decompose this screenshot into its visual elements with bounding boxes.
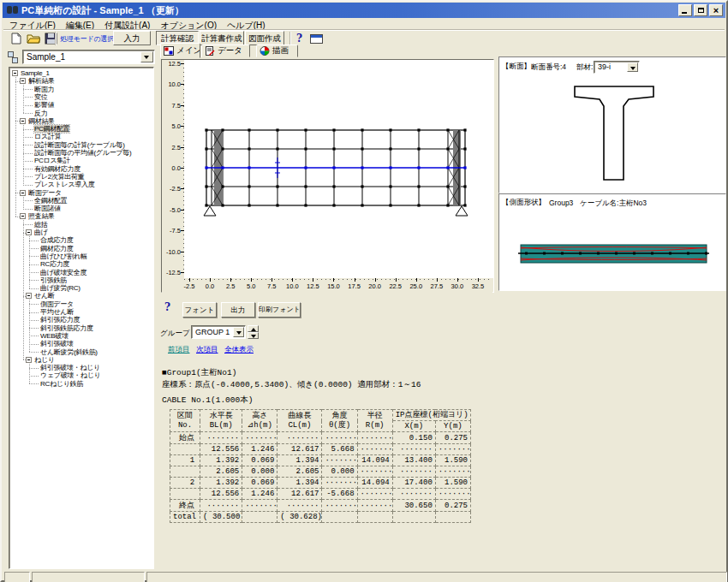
tree-item-label[interactable]: 合成応力度: [40, 236, 74, 244]
table-cell: 0.275: [435, 432, 470, 444]
tree-item-label[interactable]: 全鋼材配置: [34, 197, 68, 205]
tree-item-label[interactable]: 斜引張破壊・ねじり: [40, 364, 100, 371]
nav-link-2[interactable]: 次項目: [196, 345, 218, 355]
tree-item-label[interactable]: 照査結果: [28, 212, 55, 220]
tree-item-label[interactable]: 引張鉄筋: [40, 276, 67, 284]
tree-item-label[interactable]: プレストレス導入度: [34, 181, 94, 188]
tree-item-label[interactable]: RCねじり鉄筋: [40, 380, 83, 388]
tab-2[interactable]: データ: [201, 45, 250, 57]
x-axis-tick: [313, 278, 313, 282]
help-icon[interactable]: ?: [296, 33, 302, 45]
tree-item-label[interactable]: 曲げ破壊安全度: [40, 269, 87, 276]
nav-link-3[interactable]: 全体表示: [224, 345, 254, 355]
tree-item-label[interactable]: 平均せん断: [40, 308, 74, 316]
open-folder-icon[interactable]: [27, 33, 40, 45]
tree-item-label[interactable]: ねじり: [34, 356, 55, 364]
tab-1[interactable]: メイン: [160, 43, 200, 58]
tree-item-label[interactable]: せん断: [34, 292, 54, 300]
table-row: 終点···································30.…: [170, 500, 471, 512]
group-spinner[interactable]: [248, 325, 259, 339]
tree-connector: [29, 256, 39, 257]
x-axis-tick: [478, 278, 479, 282]
tree-item-label[interactable]: WEB破壊: [40, 332, 69, 340]
tree-item-label[interactable]: RC応力度: [40, 260, 69, 268]
member-combobox-dropdown-icon[interactable]: [627, 62, 638, 72]
table-cell: 12.556: [200, 444, 242, 455]
tree-item-label[interactable]: 斜引張鉄筋応力度: [40, 324, 93, 332]
tree-expand-icon[interactable]: [20, 190, 26, 196]
tree-expand-icon[interactable]: [26, 357, 32, 363]
table-cell: 終点: [170, 500, 200, 512]
window-tool-icon[interactable]: [310, 34, 323, 44]
tree-item-label[interactable]: 側面データ: [40, 300, 74, 308]
table-cell: 12.617: [277, 489, 322, 500]
tool-button-2[interactable]: 出力: [221, 302, 255, 318]
tree-expand-icon[interactable]: [26, 229, 32, 235]
restore-icon: [698, 8, 704, 13]
tree-item-label[interactable]: 斜引張破壊: [40, 340, 74, 347]
tree-expand-icon[interactable]: [20, 213, 26, 219]
table-cell: 0.069: [242, 455, 277, 466]
tree-item-label[interactable]: せん断疲労(斜鉄筋): [40, 348, 98, 356]
tree-item-label[interactable]: 反力: [34, 110, 47, 117]
tree-item-label[interactable]: Sample_1: [21, 69, 50, 77]
close-button[interactable]: [709, 4, 723, 16]
tree-item-label[interactable]: 設計断面毎の平均値(グループ毎): [34, 149, 131, 157]
tree-connector: [29, 328, 39, 329]
tree-item-label[interactable]: 断面データ: [28, 189, 62, 197]
minimize-button[interactable]: [678, 4, 692, 16]
spinner-down-icon[interactable]: [248, 332, 259, 339]
restore-button[interactable]: [694, 4, 707, 16]
member-label: 部材:: [576, 62, 593, 73]
table-cell: 1.590: [435, 455, 470, 466]
tree-expand-icon[interactable]: [26, 293, 32, 299]
tree-item-label[interactable]: 影響値: [34, 101, 54, 109]
tree-item-label[interactable]: 断面諸値: [34, 205, 61, 212]
tree-item-label[interactable]: 曲げ: [34, 229, 48, 236]
tree-item-label[interactable]: PC鋼材配置: [34, 125, 69, 133]
toolbar-button-3[interactable]: 計算書作成: [200, 31, 244, 45]
tree-item-label[interactable]: 変位: [34, 93, 47, 101]
app-icon: [7, 5, 19, 15]
tree-item-label[interactable]: ウェブ破壊・ねじり: [40, 371, 100, 379]
tool-button-3[interactable]: 印刷フォント: [258, 302, 301, 318]
tab-3[interactable]: 描画: [256, 45, 298, 57]
spinner-up-icon[interactable]: [248, 325, 259, 332]
nav-link-1[interactable]: 前項目: [168, 345, 190, 355]
tree-item-label[interactable]: 解析結果: [28, 77, 55, 85]
toolbar-button-1[interactable]: 入力: [113, 31, 151, 45]
table-cell: ·······: [357, 500, 392, 512]
tree-item-label[interactable]: 曲げ疲労(RC): [40, 284, 81, 292]
tree-connector: [29, 320, 39, 321]
tree-connector: [23, 97, 33, 98]
tree-expand-icon[interactable]: [12, 70, 18, 76]
girder-elevation-chart[interactable]: 12.510.07.55.02.50.0-2.5-5.0-7.5-10.0-12…: [161, 59, 494, 293]
toolbar-button-4[interactable]: 図面作成: [245, 31, 284, 45]
tree-item-label[interactable]: 鋼材結果: [28, 117, 55, 125]
group-combobox-dropdown-icon[interactable]: [233, 327, 244, 337]
tree-expand-icon[interactable]: [20, 78, 26, 84]
mode-select-label[interactable]: 処理モードの選択: [60, 34, 114, 44]
new-file-icon[interactable]: [9, 33, 23, 45]
tree-connector: [23, 129, 33, 130]
tree-item-label[interactable]: 曲げひび割れ幅: [40, 252, 87, 260]
table-cell: 2.605: [277, 466, 322, 478]
tool-button-1[interactable]: フォント: [182, 302, 217, 318]
help-icon-2[interactable]: ?: [164, 301, 170, 313]
tree-item-label[interactable]: ロス計算: [34, 133, 61, 140]
group-combobox[interactable]: GROUP 1: [191, 325, 246, 339]
project-combobox-dropdown-icon[interactable]: [140, 51, 153, 62]
project-combobox[interactable]: Sample_1: [22, 50, 155, 64]
table-cell: [322, 512, 357, 523]
tree-item-label[interactable]: PCロス集計: [34, 157, 70, 164]
tree-item-label[interactable]: 有効鋼材応力度: [34, 165, 81, 173]
tree-item-label[interactable]: 設計断面毎の計算(ケーブル毎): [34, 141, 125, 149]
tree-item-label[interactable]: 鋼材応力度: [40, 245, 74, 252]
tree-connector: [23, 125, 24, 185]
tree-item-label[interactable]: 斜引張応力度: [40, 316, 80, 324]
tree-item-label[interactable]: プレ2次算出荷重: [34, 173, 84, 181]
tree-item-label[interactable]: 総括: [34, 221, 47, 229]
tree-item-label[interactable]: 断面力: [34, 86, 54, 93]
tree-expand-icon[interactable]: [20, 118, 26, 124]
member-combobox[interactable]: 39-i: [594, 61, 640, 74]
